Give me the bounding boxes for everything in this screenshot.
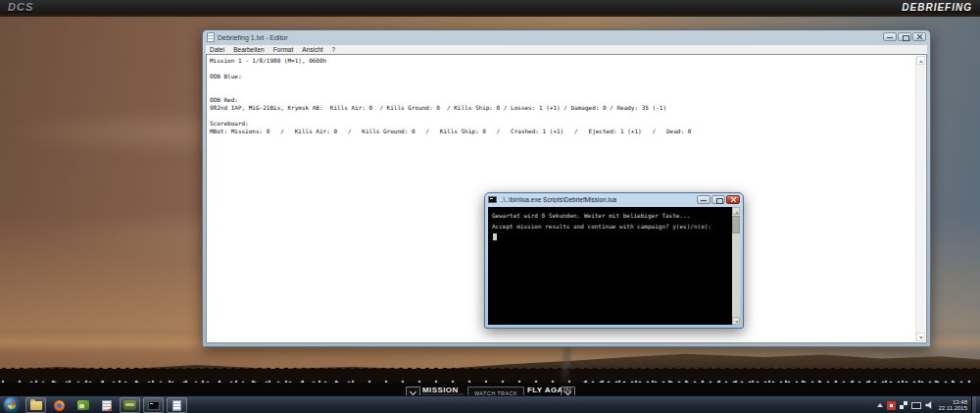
dcs-logo: DCS [8, 1, 33, 13]
maximize-button[interactable] [711, 195, 725, 204]
console-output-text: Gewartet wird 0 Sekunden. Weiter mit bel… [488, 207, 740, 232]
arrow-down-icon [919, 336, 923, 339]
console-titlebar[interactable]: ..\..\bin\lua.exe Scripts\DebriefMission… [485, 193, 743, 206]
show-desktop-button[interactable] [971, 396, 976, 413]
debriefing-text: Mission 1 - 1/8/1980 (M=1), 0600h OOB Bl… [207, 55, 926, 135]
arrow-up-icon [919, 60, 923, 63]
console-cursor [493, 233, 497, 240]
scroll-down-button[interactable] [916, 333, 925, 341]
taskbar-icon-command-prompt[interactable] [143, 397, 164, 413]
system-tray: 13:48 22.11.2015 [877, 396, 976, 413]
taskbar-icon-notes[interactable] [96, 397, 117, 413]
taskbar-icon-dcs[interactable] [120, 397, 140, 413]
clock-date: 22.11.2015 [938, 405, 967, 412]
lua-console-window: ..\..\bin\lua.exe Scripts\DebriefMission… [484, 192, 744, 329]
tray-grid-icon[interactable] [900, 401, 907, 409]
minimize-button[interactable] [883, 32, 897, 41]
menu-format[interactable]: Format [273, 46, 294, 53]
mission-menu-label[interactable]: MISSION [422, 386, 459, 394]
folder-icon [30, 401, 42, 410]
console-icon [488, 196, 497, 203]
start-button[interactable] [4, 397, 19, 412]
command-prompt-icon [148, 401, 160, 410]
notepad-titlebar[interactable]: Debriefing 1.txt - Editor [203, 30, 930, 44]
console-vertical-scrollbar[interactable] [732, 207, 740, 325]
dcs-bottom-bar: MISSION WATCH TRACK FLY AGAIN [0, 383, 980, 396]
notepad-icon [207, 32, 215, 42]
image-viewer-icon [77, 400, 89, 410]
minimize-button[interactable] [697, 195, 710, 204]
dcs-header-bar: DCS DEBRIEFING [0, 0, 980, 14]
maximize-button[interactable] [898, 32, 911, 41]
header-divider [0, 14, 980, 17]
menu-datei[interactable]: Datei [210, 46, 224, 53]
maximize-icon [903, 35, 909, 41]
close-button[interactable] [726, 195, 740, 204]
close-button[interactable] [912, 32, 926, 41]
tray-expander-chevron-up-icon[interactable] [877, 403, 883, 407]
taskbar-icon-notepad[interactable] [167, 397, 187, 413]
notepad-file-icon [172, 400, 181, 411]
taskbar-clock[interactable]: 13:48 22.11.2015 [938, 399, 967, 412]
screen: DCS DEBRIEFING Debriefing 1.txt - Editor… [0, 0, 980, 413]
taskbar-icon-explorer[interactable] [25, 397, 46, 413]
console-window-title: ..\..\bin\lua.exe Scripts\DebriefMission… [500, 196, 616, 203]
windows-taskbar: 13:48 22.11.2015 [0, 395, 980, 413]
page-title: DEBRIEFING [902, 2, 972, 13]
taskbar-icon-firefox[interactable] [49, 397, 70, 413]
scroll-up-button[interactable] [732, 207, 740, 215]
scroll-down-button[interactable] [732, 317, 740, 325]
taskbar-icon-image-viewer[interactable] [73, 397, 93, 413]
minimize-icon [887, 37, 893, 38]
scrollbar-thumb[interactable] [732, 216, 740, 233]
notepad-vertical-scrollbar[interactable] [915, 56, 925, 341]
menu-help[interactable]: ? [332, 46, 336, 53]
firefox-icon [54, 400, 65, 411]
maximize-icon [716, 198, 723, 204]
tray-volume-icon[interactable] [925, 401, 934, 410]
windows-flag-icon [8, 401, 16, 409]
arrow-down-icon [735, 321, 739, 324]
minimize-icon [701, 200, 707, 201]
menu-bearbeiten[interactable]: Bearbeiten [233, 46, 264, 53]
notes-icon [102, 400, 112, 411]
dcs-app-icon [123, 400, 136, 410]
window-controls [883, 32, 926, 41]
menu-ansicht[interactable]: Ansicht [302, 46, 322, 53]
tray-network-icon[interactable] [911, 402, 921, 409]
tray-notification-icon[interactable] [887, 401, 896, 410]
window-controls [697, 195, 740, 204]
notepad-window-title: Debriefing 1.txt - Editor [218, 34, 288, 41]
scroll-up-button[interactable] [916, 56, 925, 65]
console-output-area[interactable]: Gewartet wird 0 Sekunden. Weiter mit bel… [488, 207, 740, 325]
arrow-up-icon [735, 211, 739, 214]
